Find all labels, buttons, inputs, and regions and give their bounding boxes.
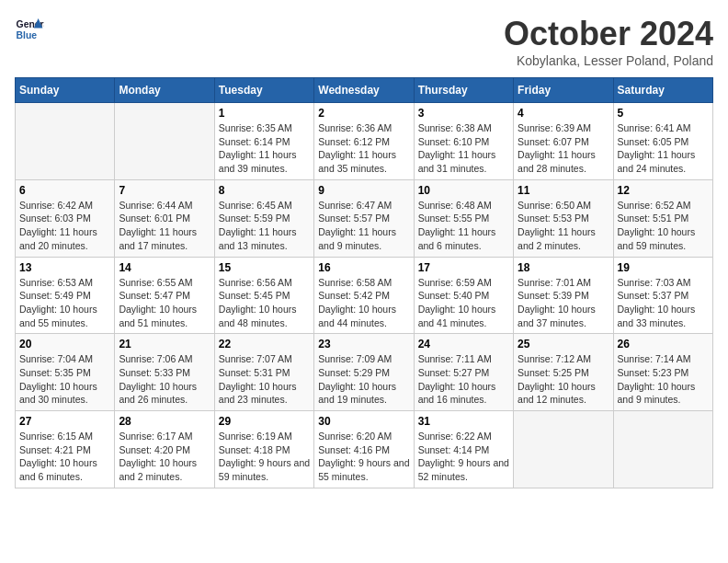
calendar-cell: 23Sunrise: 7:09 AM Sunset: 5:29 PM Dayli… [314, 334, 414, 411]
day-number: 23 [318, 338, 409, 350]
day-info: Sunrise: 7:12 AM Sunset: 5:25 PM Dayligh… [518, 352, 609, 407]
calendar-cell: 8Sunrise: 6:45 AM Sunset: 5:59 PM Daylig… [214, 179, 313, 257]
day-number: 24 [418, 338, 509, 350]
day-number: 21 [119, 338, 210, 350]
calendar-cell: 17Sunrise: 6:59 AM Sunset: 5:40 PM Dayli… [414, 257, 513, 334]
day-number: 8 [219, 184, 310, 197]
logo: General Blue [15, 15, 44, 44]
calendar-cell: 18Sunrise: 7:01 AM Sunset: 5:39 PM Dayli… [514, 257, 613, 334]
calendar-cell: 9Sunrise: 6:47 AM Sunset: 5:57 PM Daylig… [314, 179, 414, 257]
page-header: General Blue October 2024 Kobylanka, Les… [15, 15, 713, 68]
calendar-cell: 7Sunrise: 6:44 AM Sunset: 6:01 PM Daylig… [115, 179, 214, 257]
day-info: Sunrise: 7:01 AM Sunset: 5:39 PM Dayligh… [518, 276, 609, 330]
day-number: 31 [418, 415, 509, 428]
calendar-cell: 12Sunrise: 6:52 AM Sunset: 5:51 PM Dayli… [613, 179, 712, 257]
calendar-week-4: 20Sunrise: 7:04 AM Sunset: 5:35 PM Dayli… [16, 334, 713, 411]
day-number: 14 [119, 261, 210, 274]
calendar-header-row: SundayMondayTuesdayWednesdayThursdayFrid… [16, 78, 713, 103]
day-number: 7 [119, 184, 210, 197]
month-title: October 2024 [504, 15, 713, 53]
day-info: Sunrise: 7:11 AM Sunset: 5:27 PM Dayligh… [418, 352, 509, 407]
day-info: Sunrise: 6:50 AM Sunset: 5:53 PM Dayligh… [518, 199, 609, 253]
day-number: 13 [19, 261, 110, 274]
day-number: 4 [518, 107, 609, 120]
calendar-cell: 11Sunrise: 6:50 AM Sunset: 5:53 PM Dayli… [514, 179, 613, 257]
day-number: 17 [418, 261, 509, 274]
day-number: 27 [19, 415, 110, 428]
day-info: Sunrise: 6:41 AM Sunset: 6:05 PM Dayligh… [618, 121, 709, 176]
calendar-cell: 22Sunrise: 7:07 AM Sunset: 5:31 PM Dayli… [214, 334, 313, 411]
calendar-week-5: 27Sunrise: 6:15 AM Sunset: 4:21 PM Dayli… [16, 411, 713, 488]
day-number: 15 [219, 261, 310, 274]
day-info: Sunrise: 6:20 AM Sunset: 4:16 PM Dayligh… [318, 430, 409, 484]
calendar-cell: 31Sunrise: 6:22 AM Sunset: 4:14 PM Dayli… [414, 411, 513, 488]
calendar-cell [514, 411, 613, 488]
day-info: Sunrise: 6:38 AM Sunset: 6:10 PM Dayligh… [418, 121, 509, 176]
calendar-cell: 26Sunrise: 7:14 AM Sunset: 5:23 PM Dayli… [613, 334, 712, 411]
calendar-cell: 15Sunrise: 6:56 AM Sunset: 5:45 PM Dayli… [214, 257, 313, 334]
day-info: Sunrise: 6:35 AM Sunset: 6:14 PM Dayligh… [219, 121, 310, 176]
day-number: 18 [518, 261, 609, 274]
calendar-cell: 25Sunrise: 7:12 AM Sunset: 5:25 PM Dayli… [514, 334, 613, 411]
day-header-friday: Friday [514, 78, 613, 103]
day-header-saturday: Saturday [613, 78, 712, 103]
calendar-cell: 27Sunrise: 6:15 AM Sunset: 4:21 PM Dayli… [16, 411, 115, 488]
calendar-cell: 6Sunrise: 6:42 AM Sunset: 6:03 PM Daylig… [16, 179, 115, 257]
day-number: 28 [119, 415, 210, 428]
day-info: Sunrise: 6:15 AM Sunset: 4:21 PM Dayligh… [19, 430, 110, 484]
day-info: Sunrise: 6:56 AM Sunset: 5:45 PM Dayligh… [219, 276, 310, 330]
day-number: 12 [618, 184, 709, 197]
calendar-week-3: 13Sunrise: 6:53 AM Sunset: 5:49 PM Dayli… [16, 257, 713, 334]
calendar-cell: 13Sunrise: 6:53 AM Sunset: 5:49 PM Dayli… [16, 257, 115, 334]
day-info: Sunrise: 7:09 AM Sunset: 5:29 PM Dayligh… [318, 352, 409, 407]
day-number: 3 [418, 107, 509, 120]
calendar-cell: 4Sunrise: 6:39 AM Sunset: 6:07 PM Daylig… [514, 103, 613, 180]
calendar-cell: 14Sunrise: 6:55 AM Sunset: 5:47 PM Dayli… [115, 257, 214, 334]
day-info: Sunrise: 6:52 AM Sunset: 5:51 PM Dayligh… [618, 199, 709, 253]
day-header-tuesday: Tuesday [214, 78, 313, 103]
day-info: Sunrise: 7:07 AM Sunset: 5:31 PM Dayligh… [219, 352, 310, 407]
calendar-cell: 30Sunrise: 6:20 AM Sunset: 4:16 PM Dayli… [314, 411, 414, 488]
day-info: Sunrise: 6:17 AM Sunset: 4:20 PM Dayligh… [119, 430, 210, 484]
day-info: Sunrise: 6:58 AM Sunset: 5:42 PM Dayligh… [318, 276, 409, 330]
calendar-cell: 28Sunrise: 6:17 AM Sunset: 4:20 PM Dayli… [115, 411, 214, 488]
day-number: 25 [518, 338, 609, 350]
calendar-body: 1Sunrise: 6:35 AM Sunset: 6:14 PM Daylig… [16, 103, 713, 488]
calendar-week-1: 1Sunrise: 6:35 AM Sunset: 6:14 PM Daylig… [16, 103, 713, 180]
calendar-cell: 5Sunrise: 6:41 AM Sunset: 6:05 PM Daylig… [613, 103, 712, 180]
calendar-cell: 20Sunrise: 7:04 AM Sunset: 5:35 PM Dayli… [16, 334, 115, 411]
svg-text:Blue: Blue [17, 30, 38, 40]
day-info: Sunrise: 7:06 AM Sunset: 5:33 PM Dayligh… [119, 352, 210, 407]
calendar-cell: 1Sunrise: 6:35 AM Sunset: 6:14 PM Daylig… [214, 103, 313, 180]
calendar-cell: 19Sunrise: 7:03 AM Sunset: 5:37 PM Dayli… [613, 257, 712, 334]
day-info: Sunrise: 6:47 AM Sunset: 5:57 PM Dayligh… [318, 199, 409, 253]
day-number: 2 [318, 107, 409, 120]
calendar-cell: 24Sunrise: 7:11 AM Sunset: 5:27 PM Dayli… [414, 334, 513, 411]
day-number: 6 [19, 184, 110, 197]
day-number: 10 [418, 184, 509, 197]
day-info: Sunrise: 6:55 AM Sunset: 5:47 PM Dayligh… [119, 276, 210, 330]
day-number: 22 [219, 338, 310, 350]
day-info: Sunrise: 6:53 AM Sunset: 5:49 PM Dayligh… [19, 276, 110, 330]
day-info: Sunrise: 7:04 AM Sunset: 5:35 PM Dayligh… [19, 352, 110, 407]
day-number: 20 [19, 338, 110, 350]
day-info: Sunrise: 7:14 AM Sunset: 5:23 PM Dayligh… [618, 352, 709, 407]
calendar-cell: 3Sunrise: 6:38 AM Sunset: 6:10 PM Daylig… [414, 103, 513, 180]
day-number: 5 [618, 107, 709, 120]
calendar-cell: 10Sunrise: 6:48 AM Sunset: 5:55 PM Dayli… [414, 179, 513, 257]
title-block: October 2024 Kobylanka, Lesser Poland, P… [504, 15, 713, 68]
location-subtitle: Kobylanka, Lesser Poland, Poland [504, 53, 713, 68]
calendar-cell: 2Sunrise: 6:36 AM Sunset: 6:12 PM Daylig… [314, 103, 414, 180]
day-header-wednesday: Wednesday [314, 78, 414, 103]
calendar-week-2: 6Sunrise: 6:42 AM Sunset: 6:03 PM Daylig… [16, 179, 713, 257]
day-info: Sunrise: 6:45 AM Sunset: 5:59 PM Dayligh… [219, 199, 310, 253]
day-info: Sunrise: 7:03 AM Sunset: 5:37 PM Dayligh… [618, 276, 709, 330]
day-number: 19 [618, 261, 709, 274]
day-info: Sunrise: 6:44 AM Sunset: 6:01 PM Dayligh… [119, 199, 210, 253]
day-header-sunday: Sunday [16, 78, 115, 103]
day-number: 16 [318, 261, 409, 274]
day-number: 26 [618, 338, 709, 350]
calendar-cell: 21Sunrise: 7:06 AM Sunset: 5:33 PM Dayli… [115, 334, 214, 411]
day-number: 1 [219, 107, 310, 120]
calendar-cell: 29Sunrise: 6:19 AM Sunset: 4:18 PM Dayli… [214, 411, 313, 488]
